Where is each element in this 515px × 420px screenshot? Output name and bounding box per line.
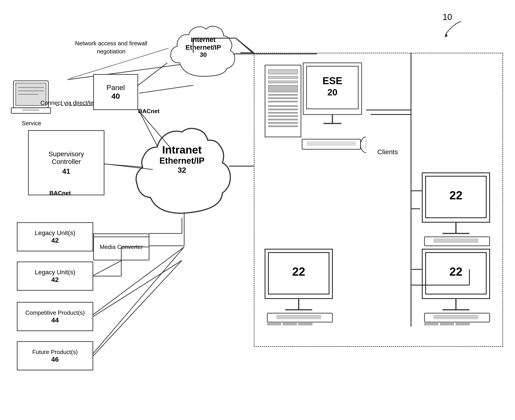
svg-rect-83: [440, 323, 454, 325]
svg-text:22: 22: [449, 265, 462, 278]
clients-label: Clients: [377, 148, 398, 156]
svg-line-86: [138, 63, 167, 85]
svg-text:22: 22: [449, 189, 462, 202]
svg-rect-72: [267, 323, 281, 325]
internet-cloud: Internet Ethernet/IP 30: [166, 18, 240, 81]
svg-rect-35: [268, 76, 298, 79]
legacy-unit-2-box: Legacy Unit(s) 42: [17, 262, 93, 291]
svg-rect-45: [268, 119, 298, 120]
svg-rect-41: [268, 105, 298, 107]
svg-rect-47: [268, 126, 298, 127]
future-products-box: Future Product(s) 46: [17, 341, 93, 370]
client-computer-3: 22: [420, 247, 494, 325]
ese-computer: ESE 20: [263, 58, 366, 168]
svg-rect-37: [268, 85, 298, 92]
svg-line-1: [139, 85, 193, 93]
svg-rect-81: [433, 315, 478, 319]
svg-rect-34: [268, 70, 298, 74]
svg-text:20: 20: [327, 87, 338, 97]
svg-text:ESE: ESE: [323, 75, 342, 86]
svg-point-56: [361, 137, 366, 153]
svg-rect-38: [268, 94, 298, 95]
svg-rect-84: [456, 323, 470, 325]
bacnet-label-panel: BACnet: [138, 108, 159, 115]
bacnet-label-supervisory: BACnet: [49, 190, 71, 197]
network-access-annotation: Network access and firewall negotiation: [72, 39, 151, 56]
media-converter-box: Media Converter: [93, 233, 149, 260]
intranet-cloud: Intranet Ethernet/IP 32: [128, 114, 236, 218]
supervisory-controller-box: SupervisoryController 41: [28, 130, 105, 195]
svg-rect-44: [268, 116, 298, 117]
svg-rect-46: [268, 122, 298, 123]
svg-rect-73: [283, 323, 296, 325]
svg-rect-32: [23, 109, 39, 111]
svg-rect-42: [268, 109, 298, 110]
legacy-unit-1-box: Legacy Unit(s) 42: [17, 222, 93, 251]
svg-line-104: [93, 260, 182, 316]
svg-rect-39: [268, 98, 298, 99]
svg-rect-64: [433, 238, 478, 243]
svg-rect-82: [424, 323, 438, 325]
svg-rect-71: [276, 315, 321, 319]
svg-rect-36: [268, 81, 298, 83]
svg-line-13: [92, 247, 184, 355]
svg-rect-74: [299, 323, 312, 325]
client-computer-2: 22: [263, 247, 337, 325]
svg-rect-43: [268, 112, 298, 113]
panel-box: Panel 40: [93, 74, 138, 110]
svg-rect-55: [307, 142, 356, 146]
competitive-products-box: Competitive Product(s) 44: [17, 302, 93, 331]
svg-text:22: 22: [292, 265, 305, 278]
client-computer-1: 22: [420, 171, 494, 249]
svg-line-105: [93, 260, 182, 356]
svg-rect-40: [268, 101, 298, 102]
